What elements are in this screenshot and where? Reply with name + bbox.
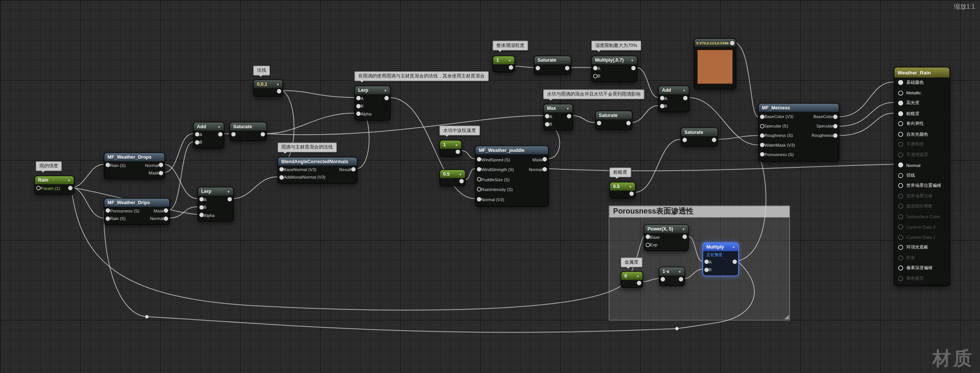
node-add2[interactable]: Add▼AB	[658, 86, 689, 113]
reroute-node[interactable]	[675, 327, 679, 330]
output-pin[interactable]	[567, 114, 571, 119]
node-rain-header[interactable]: Rain▼	[35, 176, 74, 185]
output-pin[interactable]	[68, 186, 73, 190]
dropdown-arrow-icon[interactable]: ▼	[682, 88, 686, 92]
dropdown-arrow-icon[interactable]: ▼	[732, 245, 735, 249]
input-pin[interactable]	[199, 197, 204, 202]
input-pin[interactable]	[760, 133, 764, 138]
output-pin[interactable]	[228, 197, 232, 202]
input-pin[interactable]	[704, 267, 709, 272]
wire[interactable]	[464, 169, 475, 180]
input-pin[interactable]	[199, 205, 204, 210]
reroute-node[interactable]	[145, 315, 149, 319]
node-max1-header[interactable]: Max▼	[544, 104, 572, 113]
input-pin[interactable]	[280, 175, 284, 180]
wire[interactable]	[688, 236, 703, 261]
node-one2-header[interactable]: 1▼	[493, 56, 514, 65]
wire[interactable]	[266, 113, 355, 134]
node-sat1[interactable]: Saturate	[229, 122, 267, 141]
output-pin[interactable]	[456, 149, 460, 154]
node-metness[interactable]: MF_MetnessBaseColor (V3)BaseColorSpecula…	[758, 103, 839, 162]
output-pin[interactable]	[261, 132, 265, 137]
output-pin[interactable]	[565, 66, 570, 71]
node-mulsel-header[interactable]: Multiply▼	[703, 243, 738, 251]
node-zero-header[interactable]: 0▼	[621, 272, 642, 280]
wire[interactable]	[732, 42, 758, 117]
material-graph-canvas[interactable]: Porousness表面渗透性 缩放1:1 材质 Rain▼Param (1)M…	[0, 0, 980, 373]
node-sat4[interactable]: Saturate	[681, 127, 718, 147]
node-swatch[interactable]: 0.375,0.123,0.0396	[694, 38, 736, 89]
input-pin[interactable]	[195, 140, 199, 145]
node-sat2[interactable]: Saturate	[534, 56, 571, 75]
dropdown-arrow-icon[interactable]: ▼	[218, 124, 220, 128]
node-main-header[interactable]: Weather_Rain	[894, 67, 949, 78]
input-pin[interactable]	[760, 152, 764, 157]
wire[interactable]	[634, 139, 681, 192]
input-pin[interactable]	[660, 277, 665, 282]
node-sat3[interactable]: Saturate	[595, 111, 633, 130]
output-pin[interactable]	[833, 114, 838, 119]
wire[interactable]	[266, 116, 543, 135]
node-add1[interactable]: Add▼AB	[193, 122, 224, 149]
input-pin[interactable]	[106, 216, 110, 221]
node-power-header[interactable]: Power(X, 5)▼	[644, 225, 688, 233]
node-half2-header[interactable]: 0.5▼	[610, 183, 635, 190]
input-pin[interactable]	[760, 143, 764, 148]
output-pin[interactable]	[833, 124, 838, 128]
input-pin[interactable]	[477, 157, 482, 162]
input-pin[interactable]	[106, 208, 110, 213]
material-pin-16[interactable]: 环境光遮蔽	[894, 243, 949, 253]
output-pin[interactable]	[218, 132, 223, 137]
dropdown-arrow-icon[interactable]: ▼	[455, 143, 458, 147]
material-pin-5[interactable]: 自发光颜色	[894, 129, 949, 139]
node-drops[interactable]: MF_Weather_DropsRain (S)NormalMask	[104, 152, 165, 179]
node-vec001[interactable]: 0,0,1▼	[253, 79, 283, 97]
output-pin[interactable]	[542, 157, 547, 162]
node-add1-header[interactable]: Add▼	[194, 122, 224, 131]
dropdown-arrow-icon[interactable]: ▼	[682, 227, 685, 231]
wire[interactable]	[642, 279, 659, 282]
node-power[interactable]: Power(X, 5)▼BaseExp	[644, 224, 689, 251]
node-mulsel[interactable]: Multiply▼正在预览AB	[702, 243, 738, 276]
output-pin[interactable]	[542, 167, 547, 171]
node-rain[interactable]: Rain▼Param (1)	[34, 176, 74, 195]
comment-metallic[interactable]: 金属度	[621, 257, 642, 267]
wire[interactable]	[838, 82, 894, 117]
dropdown-arrow-icon[interactable]: ▼	[508, 58, 511, 62]
input-pin[interactable]	[597, 121, 601, 125]
input-pin[interactable]	[195, 132, 199, 137]
node-sat2-header[interactable]: Saturate	[534, 56, 570, 65]
output-pin[interactable]	[385, 96, 389, 100]
wire[interactable]	[684, 269, 703, 279]
material-pin-3[interactable]: 粗糙度	[894, 108, 949, 119]
input-pin[interactable]	[760, 114, 764, 119]
wire[interactable]	[169, 207, 197, 218]
input-pin[interactable]	[660, 96, 664, 100]
input-pin[interactable]	[593, 66, 598, 71]
material-pin-18[interactable]: 像素深度偏移	[894, 263, 949, 273]
wire[interactable]	[169, 142, 193, 210]
node-metness-header[interactable]: MF_Metness	[759, 104, 839, 112]
output-pin[interactable]	[732, 260, 737, 264]
input-pin[interactable]	[646, 243, 650, 247]
comment-normal[interactable]: 法线	[253, 65, 270, 76]
node-blend[interactable]: BlendAngleCorrectedNormalsBaseNormal (V3…	[278, 157, 358, 184]
material-pin-4[interactable]: 各向异性	[894, 119, 949, 129]
output-pin[interactable]	[159, 163, 163, 167]
dropdown-arrow-icon[interactable]: ▼	[678, 270, 681, 273]
wire[interactable]	[838, 113, 894, 136]
output-pin[interactable]	[509, 65, 513, 70]
output-pin[interactable]	[679, 277, 683, 282]
material-pin-2[interactable]: 高光度	[894, 98, 949, 108]
input-pin[interactable]	[660, 104, 664, 108]
output-pin[interactable]	[277, 89, 282, 94]
node-half1[interactable]: 0.5▼	[439, 169, 466, 186]
input-pin[interactable]	[704, 260, 709, 264]
dropdown-arrow-icon[interactable]: ▼	[68, 178, 71, 182]
comment-rain-strength[interactable]: 雨的强度	[36, 161, 62, 171]
output-pin[interactable]	[683, 96, 688, 100]
node-one2[interactable]: 1▼	[492, 56, 515, 73]
input-pin[interactable]	[356, 104, 361, 108]
node-mul07-header[interactable]: Multiply(,0.7)▼	[592, 56, 637, 65]
dropdown-arrow-icon[interactable]: ▼	[384, 88, 387, 92]
